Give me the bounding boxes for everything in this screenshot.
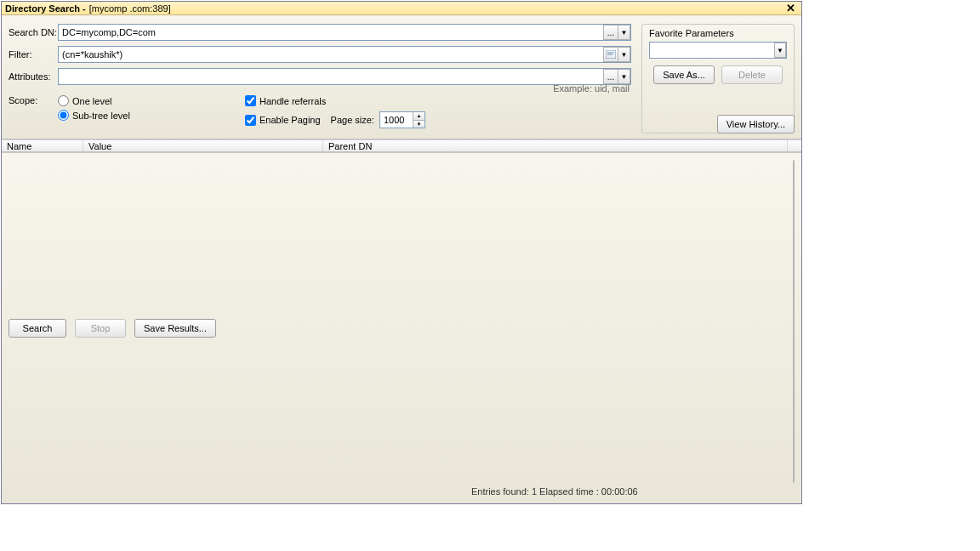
results-header: Name Value Parent DN [2,139,801,152]
scope-label: Scope: [9,95,58,105]
page-size-label: Page size: [331,115,374,125]
title-bar: Directory Search - [mycomp .com:389] ✕ [2,2,801,15]
progress-bar [793,160,795,483]
enable-paging-check[interactable]: Enable Paging [245,115,321,126]
attributes-input[interactable] [59,69,602,84]
filter-builder-button[interactable] [603,47,618,62]
dn-dropdown-icon[interactable]: ▼ [618,25,630,40]
scope-sub-radio[interactable] [58,110,69,121]
spin-down-icon[interactable]: ▼ [413,121,424,128]
search-dn-input[interactable] [59,25,602,40]
window-title: Directory Search - [5,3,86,14]
handle-referrals-check[interactable]: Handle referrals [245,95,425,106]
attrs-dropdown-icon[interactable]: ▼ [618,69,630,84]
filter-label: Filter: [9,49,58,60]
delete-button[interactable]: Delete [721,65,783,84]
status-text: Entries found: 1 Elapsed time : 00:00:06 [471,486,795,497]
browse-attrs-button[interactable]: ... [603,69,618,84]
browse-dn-button[interactable]: ... [603,25,618,40]
bottom-toolbar: Search Stop Save Results... Entries foun… [2,152,801,503]
page-size-input[interactable] [380,112,413,128]
view-history-button[interactable]: View History... [717,115,795,133]
filter-dropdown-icon[interactable]: ▼ [618,47,630,62]
col-parent-header[interactable]: Parent DN [323,140,788,151]
col-value-header[interactable]: Value [83,140,323,151]
scope-sub-tree[interactable]: Sub-tree level [58,110,245,121]
window-subtitle: [mycomp .com:389] [89,3,171,14]
favorites-legend: Favorite Parameters [649,28,787,38]
enable-paging-checkbox[interactable] [245,115,256,126]
col-name-header[interactable]: Name [2,140,83,151]
save-as-button[interactable]: Save As... [653,65,715,84]
search-dn-label: Search DN: [9,27,58,37]
search-button[interactable]: Search [9,319,66,338]
favorites-input[interactable] [650,43,774,58]
filter-field[interactable]: ▼ [58,46,631,63]
attributes-field[interactable]: ... ▼ [58,68,631,85]
scope-one-level[interactable]: One level [58,95,245,106]
scope-one-radio[interactable] [58,95,69,106]
stop-button[interactable]: Stop [75,319,126,338]
attributes-label: Attributes: [9,71,58,82]
save-results-button[interactable]: Save Results... [134,319,216,338]
directory-search-window: Directory Search - [mycomp .com:389] ✕ S… [1,1,802,504]
favorites-dropdown[interactable]: ▼ [649,42,787,59]
handle-referrals-checkbox[interactable] [245,95,256,106]
close-icon[interactable]: ✕ [783,2,798,14]
favorites-dropdown-icon[interactable]: ▼ [774,43,786,58]
filter-input[interactable] [59,47,602,62]
page-size-spinner[interactable]: ▲ ▼ [379,111,425,128]
search-dn-field[interactable]: ... ▼ [58,24,631,41]
spin-up-icon[interactable]: ▲ [413,112,424,121]
search-form: Search DN: ... ▼ Filter: ▼ Attrib [2,15,801,139]
